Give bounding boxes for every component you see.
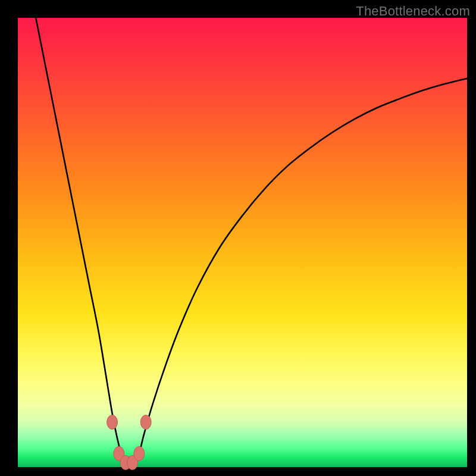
curve-marker <box>140 415 151 430</box>
markers-group <box>107 415 152 470</box>
plot-area <box>18 18 467 467</box>
curve-svg <box>18 18 467 467</box>
chart-stage: TheBottleneck.com <box>0 0 476 476</box>
curve-marker <box>107 415 118 430</box>
curve-marker <box>134 446 145 461</box>
bottleneck-curve <box>36 18 467 467</box>
watermark-text: TheBottleneck.com <box>356 4 470 19</box>
